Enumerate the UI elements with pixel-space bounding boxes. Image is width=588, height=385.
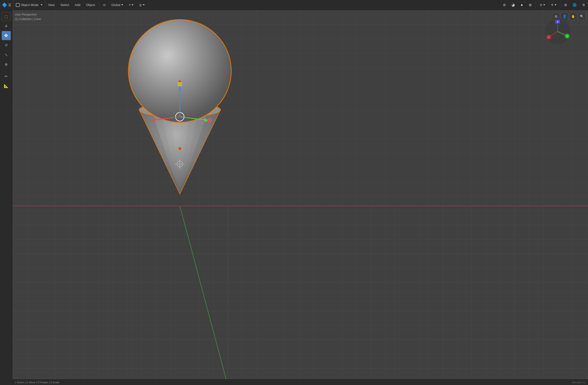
- shading-material-icon: ●: [521, 3, 523, 7]
- svg-point-79: [547, 35, 551, 38]
- overlay-arrow: [543, 4, 545, 5]
- mode-icon: [16, 3, 20, 7]
- viewport-grid-btn[interactable]: ⊞: [552, 12, 560, 20]
- render-icon-btn[interactable]: 🌐: [570, 0, 579, 10]
- viewport-shading-rendered[interactable]: ⊛: [526, 0, 535, 10]
- 3d-viewport[interactable]: Z X Y User Perspective (1) Collection | …: [12, 10, 588, 385]
- overlay-toggle[interactable]: ⊙: [537, 0, 548, 10]
- render-icon: 🌐: [573, 3, 577, 7]
- pivot-point[interactable]: ⊙: [100, 0, 108, 10]
- menu-object[interactable]: Object: [83, 0, 98, 10]
- viewport-hand-btn[interactable]: ✋: [569, 12, 577, 20]
- cone-origin: [178, 147, 181, 150]
- transform-orientation-label: Global: [111, 3, 121, 7]
- transform-icon: ⊕: [4, 62, 8, 67]
- menu-add[interactable]: Add: [72, 0, 83, 10]
- editor-type-icon: ⊞: [503, 3, 506, 7]
- svg-text:Y: Y: [567, 35, 568, 38]
- object-mode-dropdown[interactable]: Object Mode: [13, 0, 45, 10]
- transform-tool[interactable]: ⊕: [2, 60, 11, 69]
- scale-icon: ⤡: [4, 53, 8, 57]
- viewport-shading-solid[interactable]: ◕: [509, 0, 518, 10]
- blender-logo-icon: 🔷: [2, 2, 7, 8]
- scene-svg: Z X Y: [12, 10, 588, 385]
- pivot-icon: ⊙: [103, 3, 106, 7]
- measure-tool[interactable]: 📐: [2, 81, 11, 90]
- annotate-icon: ✏: [4, 74, 8, 78]
- status-right: Blender 4.x: [572, 381, 586, 384]
- snap-icon: ⌖: [129, 3, 130, 7]
- snap-arrow: [131, 4, 133, 5]
- quad-view[interactable]: ⊞: [562, 0, 570, 10]
- perspective-label: User Perspective: [15, 12, 41, 17]
- viewport-top-right-buttons: ⊞ 👤 ✋ 🔍: [552, 12, 586, 20]
- annotate-tool[interactable]: ✏: [2, 72, 11, 81]
- sep1: [99, 2, 99, 8]
- gizmo-icon: ✛: [551, 3, 554, 7]
- cursor-tool[interactable]: ✛: [2, 21, 11, 31]
- viewport-zoom-btn[interactable]: 🔍: [578, 12, 586, 20]
- settings-icon-btn[interactable]: ⚙: [579, 0, 588, 10]
- overlay-icon: ⊙: [540, 3, 542, 7]
- grid-lines-h: [12, 206, 588, 385]
- mode-label: Object Mode: [21, 3, 39, 7]
- menu-select[interactable]: Select: [58, 0, 72, 10]
- sep-right2: [560, 2, 561, 8]
- proportional-editing[interactable]: ◎: [136, 0, 147, 10]
- prop-arrow: [143, 4, 145, 5]
- menu-icon: ☰: [8, 3, 11, 7]
- move-icon: ✥: [4, 33, 8, 38]
- scale-tool[interactable]: ⤡: [2, 50, 11, 59]
- top-toolbar: 🔷 ☰ Object Mode View Select Add Object ⊙…: [0, 0, 588, 10]
- transform-orientation[interactable]: Global: [108, 0, 126, 10]
- viewport-shading-material[interactable]: ●: [518, 0, 526, 10]
- shading-rendered-icon: ⊛: [529, 3, 532, 7]
- quad-view-icon: ⊞: [564, 3, 567, 7]
- snap-toggle[interactable]: ⌖: [126, 0, 136, 10]
- svg-text:Z: Z: [557, 20, 558, 23]
- sep-right: [536, 2, 536, 8]
- select-box-tool[interactable]: ⬚: [2, 12, 11, 21]
- shading-solid-icon: ◕: [511, 3, 515, 7]
- viewport-info: User Perspective (1) Collection | Cone: [15, 12, 41, 21]
- status-left: v Select | G Move | R Rotate | S Scale: [15, 381, 59, 384]
- viewport-status: v Select | G Move | R Rotate | S Scale B…: [12, 379, 588, 385]
- nav-gizmo[interactable]: Z X Y: [545, 19, 571, 45]
- mode-dropdown-arrow: [41, 4, 42, 5]
- proportional-icon: ◎: [139, 3, 142, 7]
- gizmo-toggle[interactable]: ✛: [548, 0, 559, 10]
- rotate-icon: ↺: [4, 43, 8, 48]
- cursor-icon: ✛: [4, 24, 8, 28]
- rotate-tool[interactable]: ↺: [2, 41, 11, 50]
- svg-point-78: [565, 25, 568, 28]
- move-tool[interactable]: ✥: [2, 31, 11, 40]
- engine-selector[interactable]: 🔷 ☰: [0, 0, 13, 10]
- svg-rect-61: [208, 119, 211, 122]
- orient-arrow: [121, 4, 123, 5]
- gizmo-arrow: [554, 4, 556, 5]
- collection-label: (1) Collection | Cone: [15, 17, 41, 21]
- viewport-camera-btn[interactable]: 👤: [561, 12, 568, 20]
- toolbar-right: ⊞ ◕ ● ⊛ ⊙ ✛ ⊞ 🌐 ⚙: [500, 0, 588, 10]
- left-toolbar: ⬚ ✛ ✥ ↺ ⤡ ⊕ ✏ 📐: [0, 10, 12, 385]
- measure-icon: 📐: [4, 84, 9, 88]
- select-box-icon: ⬚: [4, 14, 8, 19]
- svg-rect-60: [178, 82, 182, 86]
- editor-type[interactable]: ⊞: [500, 0, 509, 10]
- settings-icon: ⚙: [582, 3, 585, 7]
- menu-view[interactable]: View: [45, 0, 58, 10]
